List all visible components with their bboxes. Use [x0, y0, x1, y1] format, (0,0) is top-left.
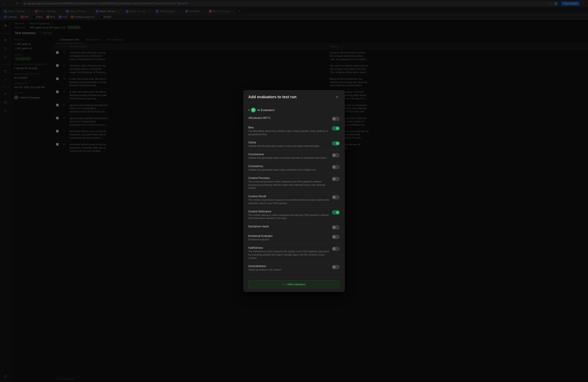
- modal-overlay[interactable]: Add evaluators to test run ✕ ▾ AI AI Eva…: [0, 0, 588, 382]
- evaluator-desc-context_recall: The context recall metric measures how w…: [248, 198, 330, 205]
- evaluator-row-context_recall: Context Recall The context recall metric…: [248, 195, 340, 205]
- evaluator-item-groundedness: Groundedness Output grounded in the cont…: [248, 262, 340, 274]
- evaluator-item-faithfulness: Faithfulness The Faithfulness metric mea…: [248, 244, 340, 262]
- section-header[interactable]: ▾ AI AI Evaluators: [248, 106, 340, 114]
- evaluator-info-groundedness: Groundedness Output grounded in the cont…: [248, 265, 330, 272]
- toggle-slider-bias: [332, 126, 340, 130]
- evaluator-name-emotional_evaluator: Emotional Evaluator: [248, 234, 330, 237]
- evaluator-row-groundedness: Groundedness Output grounded in the cont…: [248, 265, 340, 272]
- evaluator-name-disclaimer_check: Disclaimer check: [248, 225, 330, 228]
- evaluator-info-aievaluator: AlEvaluator-88771: [248, 116, 330, 120]
- evaluator-info-bias: Bias The Bias Metric determines whether …: [248, 126, 330, 136]
- toggle-slider-context_recall: [332, 195, 340, 199]
- evaluator-item-conciseness: Conciseness Validate that generated outp…: [248, 150, 340, 162]
- evaluator-desc-context_precision: The contextual precision metric measures…: [248, 180, 330, 190]
- toggle-context_precision[interactable]: [332, 177, 340, 181]
- evaluator-name-faithfulness: Faithfulness: [248, 246, 330, 249]
- evaluator-row-aievaluator: AlEvaluator-88771: [248, 116, 340, 121]
- evaluator-item-clarity: Clarity Validate that the generated outp…: [248, 138, 340, 150]
- evaluator-row-consistency: Consistency Validate that generated outp…: [248, 165, 340, 171]
- toggle-faithfulness[interactable]: [332, 247, 340, 251]
- evaluator-desc-clarity: Validate that the generated output is cl…: [248, 145, 330, 148]
- toggle-aievaluator[interactable]: [332, 117, 340, 121]
- modal-footer: + + Add evaluators: [244, 277, 344, 292]
- evaluator-row-bias: Bias The Bias Metric determines whether …: [248, 126, 340, 136]
- section-title: AI Evaluators: [257, 108, 274, 112]
- toggle-conciseness[interactable]: [332, 153, 340, 157]
- evaluator-info-consistency: Consistency Validate that generated outp…: [248, 165, 330, 171]
- evaluator-name-context_relevance: Context Relevance: [248, 210, 330, 213]
- toggle-groundedness[interactable]: [332, 265, 340, 269]
- evaluator-name-consistency: Consistency: [248, 165, 330, 168]
- evaluator-row-faithfulness: Faithfulness The Faithfulness metric mea…: [248, 246, 340, 260]
- evaluator-name-aievaluator: AlEvaluator-88771: [248, 116, 330, 119]
- evaluator-desc-emotional_evaluator: Emotional Evaluator: [248, 238, 330, 241]
- evaluator-desc-faithfulness: The Faithfulness metric measures the qua…: [248, 250, 330, 260]
- modal-close-button[interactable]: ✕: [334, 94, 340, 100]
- evaluator-info-faithfulness: Faithfulness The Faithfulness metric mea…: [248, 246, 330, 260]
- toggle-slider-aievaluator: [332, 117, 340, 121]
- modal-body: ▾ AI AI Evaluators AlEvaluator-88771 Bia…: [244, 103, 344, 277]
- add-evaluators-button[interactable]: + + Add evaluators: [248, 280, 340, 288]
- toggle-slider-context_relevance: [332, 210, 340, 214]
- evaluator-item-context_recall: Context Recall The context recall metric…: [248, 192, 340, 208]
- evaluator-item-bias: Bias The Bias Metric determines whether …: [248, 124, 340, 139]
- evaluator-name-context_recall: Context Recall: [248, 195, 330, 198]
- add-evaluators-label: + Add evaluators: [285, 283, 306, 286]
- evaluator-info-conciseness: Conciseness Validate that generated outp…: [248, 153, 330, 160]
- evaluator-desc-consistency: Validate that generated output stays con…: [248, 168, 330, 171]
- toggle-slider-faithfulness: [332, 247, 340, 251]
- toggle-slider-emotional_evaluator: [332, 235, 340, 239]
- toggle-slider-conciseness: [332, 153, 340, 157]
- evaluator-row-conciseness: Conciseness Validate that generated outp…: [248, 153, 340, 160]
- evaluator-info-disclaimer_check: Disclaimer check: [248, 225, 330, 229]
- toggle-clarity[interactable]: [332, 141, 340, 146]
- toggle-slider-clarity: [332, 141, 340, 146]
- toggle-context_recall[interactable]: [332, 195, 340, 199]
- evaluator-row-context_precision: Context Precision The contextual precisi…: [248, 176, 340, 190]
- evaluator-info-clarity: Clarity Validate that the generated outp…: [248, 141, 330, 148]
- evaluator-info-context_recall: Context Recall The context recall metric…: [248, 195, 330, 205]
- toggle-slider-disclaimer_check: [332, 225, 340, 230]
- evaluator-desc-context_relevance: The context relevance metric evaluates h…: [248, 213, 330, 220]
- evaluator-item-aievaluator: AlEvaluator-88771: [248, 114, 340, 124]
- modal-title: Add evaluators to test run: [248, 95, 296, 99]
- evaluator-info-context_precision: Context Precision The contextual precisi…: [248, 176, 330, 190]
- evaluator-name-clarity: Clarity: [248, 141, 330, 144]
- toggle-emotional_evaluator[interactable]: [332, 235, 340, 239]
- ai-evaluators-icon: AI: [251, 108, 256, 112]
- evaluator-item-context_relevance: Context Relevance The context relevance …: [248, 208, 340, 223]
- toggle-disclaimer_check[interactable]: [332, 225, 340, 230]
- toggle-consistency[interactable]: [332, 165, 340, 169]
- evaluator-name-context_precision: Context Precision: [248, 176, 330, 180]
- evaluator-desc-conciseness: Validate that generated output is concis…: [248, 156, 330, 160]
- evaluator-name-conciseness: Conciseness: [248, 153, 330, 156]
- evaluator-info-emotional_evaluator: Emotional Evaluator Emotional Evaluator: [248, 234, 330, 241]
- toggle-context_relevance[interactable]: [332, 210, 340, 214]
- evaluator-item-emotional_evaluator: Emotional Evaluator Emotional Evaluator: [248, 232, 340, 244]
- evaluator-row-context_relevance: Context Relevance The context relevance …: [248, 210, 340, 220]
- toggle-slider-groundedness: [332, 265, 340, 269]
- toggle-slider-consistency: [332, 165, 340, 169]
- add-evaluators-modal: Add evaluators to test run ✕ ▾ AI AI Eva…: [243, 90, 345, 292]
- evaluator-name-bias: Bias: [248, 126, 330, 129]
- evaluator-item-consistency: Consistency Validate that generated outp…: [248, 162, 340, 174]
- evaluator-row-clarity: Clarity Validate that the generated outp…: [248, 141, 340, 148]
- toggle-bias[interactable]: [332, 126, 340, 130]
- evaluator-item-context_precision: Context Precision The contextual precisi…: [248, 174, 340, 192]
- evaluator-name-groundedness: Groundedness: [248, 265, 330, 268]
- evaluator-item-disclaimer_check: Disclaimer check: [248, 223, 340, 232]
- evaluator-desc-bias: The Bias Metric determines whether utput…: [248, 129, 330, 136]
- evaluator-list: AlEvaluator-88771 Bias The Bias Metric d…: [248, 114, 340, 274]
- toggle-slider-context_precision: [332, 177, 340, 181]
- evaluator-info-context_relevance: Context Relevance The context relevance …: [248, 210, 330, 220]
- section-chevron-icon: ▾: [248, 109, 250, 111]
- ai-evaluators-section: ▾ AI AI Evaluators AlEvaluator-88771 Bia…: [248, 103, 340, 274]
- evaluator-row-disclaimer_check: Disclaimer check: [248, 225, 340, 230]
- modal-header: Add evaluators to test run ✕: [244, 90, 344, 103]
- add-icon: +: [283, 283, 284, 286]
- evaluator-row-emotional_evaluator: Emotional Evaluator Emotional Evaluator: [248, 234, 340, 241]
- evaluator-desc-groundedness: Output grounded in the context?: [248, 268, 330, 272]
